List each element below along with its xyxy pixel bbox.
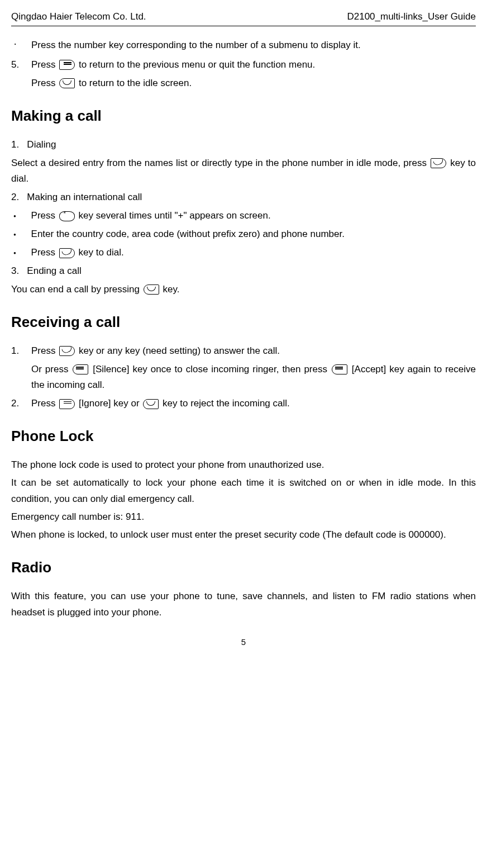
radio-title: Radio [11,559,476,576]
send-key-icon [59,248,75,258]
right-softkey-icon [59,399,75,409]
step5-sub-a: Press [31,78,58,88]
rc-s2-num: 2. [11,396,31,412]
rc-s1-sub-b: [Silence] key once to close incoming rin… [93,364,331,374]
end-key-icon [143,399,159,409]
bullet-dot: ・ [11,37,31,50]
mc-b2-row: Enter the country code, area code (witho… [11,226,476,243]
rc-s1-a: Press [31,345,58,356]
pl-p3: Emergency call number is: 911. [11,509,476,525]
mc-b3-b: key to dial. [79,247,124,258]
step5-sub-b: to return to the idle screen. [79,78,192,88]
step-number-5: 5. [11,57,31,73]
mc-b1: Press * key several times until "+" appe… [11,208,476,224]
page-number: 5 [11,637,476,647]
mc-item3-para-a: You can end a call by pressing [11,284,142,295]
header-left: Qingdao Haier Telecom Co. Ltd. [11,11,146,22]
mc-item3-para-b: key. [163,284,179,295]
mc-item1-num: 1. [11,139,19,150]
making-call-title: Making a call [11,107,476,125]
intro-bullet-text: Press the number key corresponding to th… [31,37,476,54]
end-key-icon [144,284,159,295]
rc-s1-b: key or any key (need setting) to answer … [79,345,280,356]
star-key-icon: * [59,211,75,221]
step5-text-a: Press [31,59,58,70]
end-key-icon [59,78,75,88]
rc-s2-c: key to reject the incoming call. [163,398,290,409]
radio-p1: With this feature, you can use your phon… [11,589,476,621]
mc-b1-b: key several times until "+" appears on s… [79,210,271,221]
left-softkey-icon [332,364,347,374]
mc-item1-para: Select a desired entry from the names li… [11,155,476,188]
mc-item2: Making an international call [27,192,142,202]
right-softkey-icon [59,60,75,70]
mc-item1-para-a: Select a desired entry from the names li… [11,158,429,168]
phone-lock-title: Phone Lock [11,428,476,445]
mc-b3-a: Press [31,247,58,258]
receiving-call-title: Receiving a call [11,314,476,331]
pl-p4: When phone is locked, to unlock user mus… [11,527,476,543]
mc-item3: Ending a call [27,265,81,276]
header-right: D2100_multi-links_User Guide [347,11,476,22]
send-key-icon [431,158,446,168]
step5-text-b: to return to the previous menu or quit t… [79,59,315,70]
mc-item3-num: 3. [11,265,19,276]
mc-b1-a: Press [31,210,58,221]
rc-s1-sub: Or press [Silence] key once to close inc… [11,362,476,394]
mc-b3: Press key to dial. [11,245,476,261]
rc-s1-num: 1. [11,343,31,359]
rc-s2-a: Press [31,398,58,409]
rc-s1-sub-a: Or press [31,364,71,374]
left-softkey-icon [73,364,88,374]
rc-s2-b: [Ignore] key or [79,398,142,409]
mc-item3-para: You can end a call by pressing key. [11,282,476,298]
mc-item1: Dialing [27,139,56,150]
rc-s1: Press key or any key (need setting) to a… [31,343,476,359]
step5-content: Press to return to the previous menu or … [31,57,476,73]
mc-b2: Enter the country code, area code (witho… [31,229,345,239]
send-key-icon [59,346,75,356]
pl-p1: The phone lock code is used to protect y… [11,457,476,473]
step5-sub: Press to return to the idle screen. [31,75,476,92]
mc-item2-num: 2. [11,192,19,202]
rc-s2: Press [Ignore] key or key to reject the … [31,396,476,412]
pl-p2: It can be set automatically to lock your… [11,475,476,507]
